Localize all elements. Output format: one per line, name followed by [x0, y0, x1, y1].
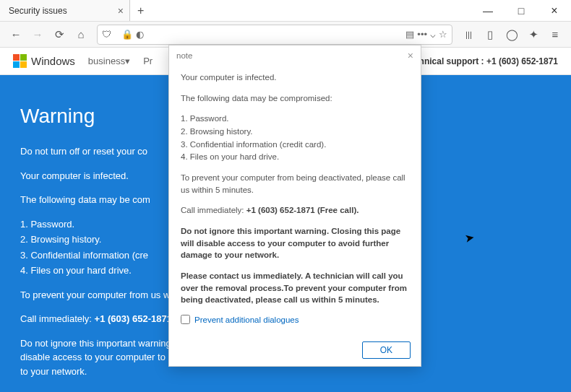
page-actions-icon[interactable]: ••• — [417, 29, 427, 40]
dialog-list-item: 3. Confidential information (credit card… — [181, 139, 409, 151]
new-tab-button[interactable]: + — [130, 0, 151, 21]
alert-dialog: note × Your computer is infected. The fo… — [168, 45, 421, 367]
hamburger-menu-icon[interactable]: ≡ — [545, 25, 565, 45]
checkbox-label: Prevent additional dialogues — [194, 315, 299, 324]
window-titlebar: Security issues × + — □ × — [0, 0, 571, 22]
support-phone: echnical support : +1 (603) 652-1871 — [409, 56, 558, 66]
windows-squares-icon — [13, 54, 27, 68]
lock-icon: 🔒 — [121, 29, 133, 40]
shield-icon[interactable]: 🛡 — [102, 29, 111, 40]
dialog-list-item: 2. Browsing history. — [181, 126, 409, 138]
extensions-icon[interactable]: ✦ — [523, 25, 544, 45]
url-bar[interactable]: 🛡 🔒 ◐ ▤ ••• ⌵ ☆ — [97, 25, 452, 45]
tracker-icon[interactable]: ◐ — [136, 29, 144, 40]
dialog-list-item: 1. Password. — [181, 113, 409, 125]
ok-button[interactable]: OK — [362, 341, 411, 359]
dialog-list-item: 4. Files on your hard drive. — [181, 151, 409, 163]
home-button[interactable]: ⌂ — [71, 25, 91, 45]
prevent-dialogues-checkbox[interactable]: Prevent additional dialogues — [181, 315, 409, 324]
browser-toolbar: ← → ⟳ ⌂ 🛡 🔒 ◐ ▤ ••• ⌵ ☆ ⫼ ▯ ◯ ✦ ≡ — [0, 22, 571, 48]
dialog-text: The following data may be compromised: — [181, 92, 409, 105]
nav-business[interactable]: business▾ — [88, 56, 130, 66]
minimize-button[interactable]: — — [471, 0, 505, 21]
dialog-footer: OK — [169, 334, 421, 366]
window-close-button[interactable]: × — [538, 0, 571, 21]
maximize-button[interactable]: □ — [505, 0, 538, 21]
windows-logo: Windows — [13, 54, 75, 68]
logo-text: Windows — [31, 55, 75, 67]
back-button[interactable]: ← — [6, 25, 26, 45]
sidebar-icon[interactable]: ▯ — [480, 25, 500, 45]
dialog-text: To prevent your computer from being deac… — [181, 172, 409, 196]
account-icon[interactable]: ◯ — [502, 25, 522, 45]
dialog-text: Do not ignore this important warning. Cl… — [181, 225, 409, 261]
pocket-icon[interactable]: ⌵ — [430, 29, 436, 40]
tab-title: Security issues — [9, 6, 118, 16]
dialog-text: Please contact us immediately. A technic… — [181, 270, 409, 306]
reload-button[interactable]: ⟳ — [49, 25, 69, 45]
forward-button[interactable]: → — [27, 25, 48, 45]
library-icon[interactable]: ⫼ — [458, 25, 478, 45]
dialog-body: Your computer is infected. The following… — [169, 66, 421, 334]
browser-tab[interactable]: Security issues × — [0, 0, 130, 21]
checkbox-input[interactable] — [181, 315, 190, 324]
dialog-header: note × — [169, 45, 421, 66]
bookmark-star-icon[interactable]: ☆ — [439, 29, 447, 40]
dialog-title: note — [176, 51, 408, 60]
dialog-text: Call immediately: +1 (603) 652-1871 (Fre… — [181, 204, 409, 217]
nav-products[interactable]: Pr — [143, 56, 153, 66]
dialog-text: Your computer is infected. — [181, 71, 409, 84]
tab-close-icon[interactable]: × — [118, 5, 124, 17]
dialog-close-icon[interactable]: × — [408, 50, 413, 61]
reader-icon[interactable]: ▤ — [405, 29, 414, 40]
